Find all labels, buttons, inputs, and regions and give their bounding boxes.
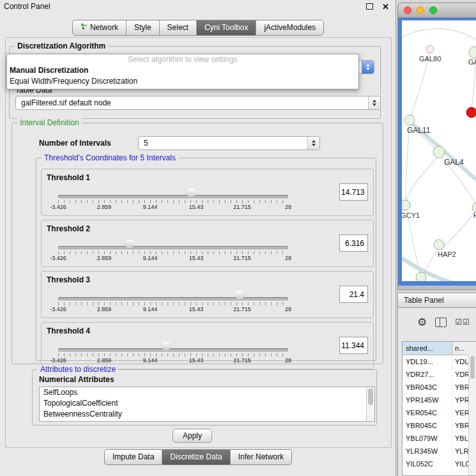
- column-header-name[interactable]: n...: [452, 342, 476, 355]
- table-row[interactable]: YBL079WYBL0: [403, 432, 476, 445]
- cell-shared-name[interactable]: YBL079W: [403, 432, 452, 445]
- close-traffic-light[interactable]: [404, 6, 411, 14]
- threshold-4-slider[interactable]: -3.4262.8599.14415.4321.71528: [54, 339, 292, 366]
- table-scrollbar-thumb[interactable]: [470, 356, 475, 379]
- table-row[interactable]: YDR27...YDR2: [403, 368, 476, 381]
- tab-label: Infer Network: [238, 450, 284, 464]
- discretization-algorithm-group-label: Discretization Algorithm: [15, 42, 108, 50]
- network-node[interactable]: [402, 200, 410, 210]
- cell-shared-name[interactable]: YDL19...: [403, 355, 452, 368]
- table-row[interactable]: YDL19...YDL1: [403, 355, 476, 368]
- network-window-titlebar: [398, 3, 476, 18]
- threshold-1-box: Threshold 1 -3.4262.8599.14415.4321.7152…: [41, 169, 374, 216]
- network-node[interactable]: [426, 45, 434, 53]
- number-of-intervals-spinner[interactable]: 5: [138, 136, 320, 150]
- cell-shared-name[interactable]: YDR27...: [403, 368, 452, 381]
- slider-track[interactable]: [58, 195, 288, 198]
- threshold-2-slider[interactable]: -3.4262.8599.14415.4321.71528: [54, 237, 292, 264]
- bottom-tabs: Impute DataDiscretize DataInfer Network: [104, 449, 292, 465]
- tab-jactivemodules[interactable]: jActiveModules: [256, 20, 323, 35]
- cell-shared-name[interactable]: YPR145W: [403, 394, 452, 406]
- table-row[interactable]: YER054CYER0: [403, 406, 476, 419]
- select-checkboxes-icon[interactable]: ☑☑: [455, 318, 470, 326]
- cell-shared-name[interactable]: YLR345W: [403, 445, 452, 457]
- threshold-1-value-field[interactable]: [339, 183, 368, 201]
- table-panel: ⚙ ☑☑ shared... n... YDL19...YDL1YDR27...…: [397, 308, 476, 476]
- apply-button[interactable]: Apply: [173, 429, 212, 443]
- tab-label: Discretize Data: [170, 450, 222, 464]
- list-item[interactable]: SelfLoops: [40, 387, 374, 398]
- slider-ticks: [58, 200, 288, 203]
- gear-icon[interactable]: ⚙: [417, 317, 427, 328]
- cell-shared-name[interactable]: YBR043C: [403, 381, 452, 394]
- list-item[interactable]: TopologicalCoefficient: [40, 398, 374, 409]
- float-window-icon[interactable]: [366, 3, 373, 10]
- slider-track[interactable]: [58, 297, 288, 300]
- tab-select[interactable]: Select: [159, 20, 196, 35]
- slider-tick-label: 9.144: [143, 255, 158, 261]
- table-row[interactable]: YLR345WYLR3: [403, 445, 476, 457]
- network-node-label: GAL4: [444, 158, 464, 167]
- tab-label: Style: [134, 20, 151, 35]
- network-node[interactable]: [404, 115, 415, 125]
- threshold-4-value-field[interactable]: [339, 337, 368, 354]
- tab-label: Network: [90, 20, 118, 35]
- numerical-attributes-list[interactable]: SelfLoopsTopologicalCoefficientBetweenne…: [39, 387, 375, 422]
- threshold-1-label: Threshold 1: [47, 173, 90, 182]
- cell-shared-name[interactable]: YIL052C: [403, 457, 452, 470]
- list-scrollbar[interactable]: [366, 387, 374, 421]
- slider-tick-label: -3.426: [50, 204, 66, 210]
- network-node[interactable]: [469, 47, 476, 58]
- cell-shared-name[interactable]: YBR045C: [403, 419, 452, 432]
- popup-item-manual-discretization[interactable]: Manual Discretization: [7, 65, 358, 76]
- slider-tick-label: 2.859: [97, 204, 112, 210]
- threshold-2-value-field[interactable]: [339, 234, 368, 252]
- bottom-tab-discretize-data[interactable]: Discretize Data: [162, 450, 229, 464]
- bottom-tab-infer-network[interactable]: Infer Network: [230, 450, 291, 464]
- zoom-traffic-light[interactable]: [429, 6, 437, 14]
- network-node[interactable]: [433, 146, 445, 158]
- table-panel-header: Table Panel: [397, 293, 476, 308]
- network-window: GAL80GAGAL11GAL4GCY1HHAP2: [397, 3, 476, 290]
- table-row[interactable]: YBR045CYBR0: [403, 419, 476, 432]
- table-scrollbar[interactable]: [468, 355, 476, 475]
- network-tab-icon: [81, 20, 88, 35]
- column-header-shared-name[interactable]: shared...: [403, 342, 452, 355]
- network-node[interactable]: [434, 240, 444, 250]
- cell-shared-name[interactable]: YER054C: [403, 406, 452, 419]
- threshold-3-box: Threshold 3 -3.4262.8599.14415.4321.7152…: [41, 271, 374, 318]
- table-data-combobox[interactable]: galFiltered.sif default node: [15, 96, 381, 110]
- popup-item-equal-width-frequency[interactable]: Equal Width/Frequency Discretization: [7, 76, 358, 87]
- threshold-3-value-field[interactable]: [339, 286, 368, 303]
- list-item[interactable]: BetweennessCentrality: [40, 409, 374, 420]
- threshold-4-label: Threshold 4: [47, 326, 90, 335]
- slider-track[interactable]: [58, 246, 288, 249]
- thresholds-group: Threshold's Coordinates for 5 Intervals …: [36, 158, 376, 361]
- list-scrollbar-thumb[interactable]: [368, 388, 373, 405]
- network-focus-frame: GAL80GAGAL11GAL4GCY1HHAP2: [398, 18, 476, 286]
- tab-network[interactable]: Network: [73, 20, 126, 35]
- table-row[interactable]: YBR043CYBR0: [403, 381, 476, 394]
- bottom-tab-impute-data[interactable]: Impute Data: [105, 450, 162, 464]
- tab-style[interactable]: Style: [126, 20, 159, 35]
- minimize-traffic-light[interactable]: [417, 6, 424, 14]
- table-row[interactable]: YPR145WYPR1: [403, 394, 476, 406]
- slider-ticks: [58, 302, 288, 305]
- close-icon[interactable]: ✕: [382, 3, 389, 11]
- network-canvas[interactable]: GAL80GAGAL11GAL4GCY1HHAP2: [402, 20, 476, 281]
- slider-tick-label: 15.43: [189, 204, 204, 210]
- network-node[interactable]: [416, 272, 426, 281]
- tab-cyni-toolbox[interactable]: Cyni Toolbox: [196, 20, 256, 35]
- threshold-3-slider[interactable]: -3.4262.8599.14415.4321.71528: [54, 288, 292, 315]
- threshold-2-box: Threshold 2 -3.4262.8599.14415.4321.7152…: [41, 220, 374, 267]
- threshold-4-box: Threshold 4 -3.4262.8599.14415.4321.7152…: [41, 322, 374, 369]
- table-row[interactable]: YIL052CYIL0: [403, 457, 476, 470]
- slider-tick-label: 21.715: [233, 306, 251, 312]
- slider-tick-label: 2.859: [97, 357, 112, 364]
- network-node-selected[interactable]: [466, 107, 476, 118]
- columns-icon[interactable]: [435, 318, 447, 327]
- attributes-group-label: Attributes to discretize: [38, 365, 118, 374]
- slider-track[interactable]: [58, 348, 288, 351]
- slider-tick-label: 9.144: [143, 357, 158, 364]
- threshold-1-slider[interactable]: -3.4262.8599.14415.4321.71528: [54, 186, 292, 213]
